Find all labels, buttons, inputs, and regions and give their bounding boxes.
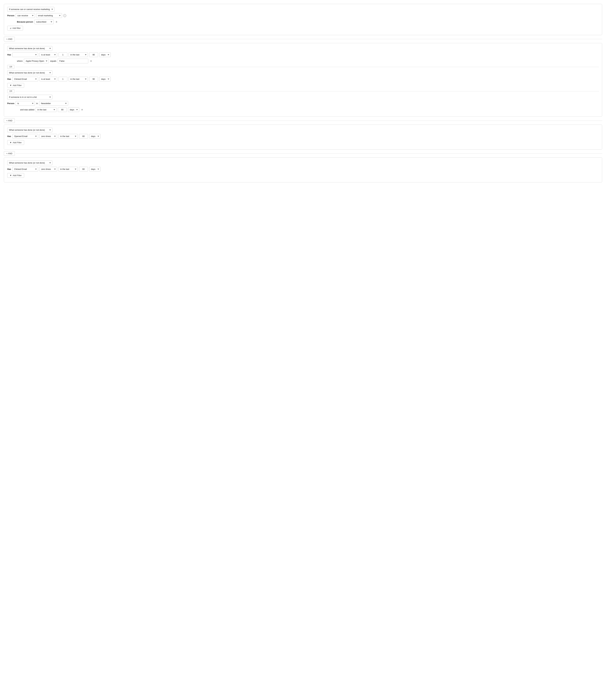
is-dropdown[interactable]: is: [16, 101, 35, 106]
subscribed-dropdown[interactable]: subscribed: [34, 20, 54, 24]
time-dropdown-2b[interactable]: in the last: [69, 77, 88, 82]
or-row-1: OR: [7, 65, 599, 69]
operator-dropdown-4[interactable]: zero times: [40, 167, 57, 172]
add-filter-button-4[interactable]: ▼ Add Filter: [7, 173, 24, 178]
value-input[interactable]: [58, 59, 88, 63]
and-connector-3: + AND: [4, 151, 602, 156]
operator-dropdown-2a[interactable]: is at least: [40, 52, 57, 57]
and-line-2: [16, 120, 602, 121]
condition-dropdown-3[interactable]: What someone has done (or not done): [7, 128, 52, 132]
has-label-3: Has: [7, 135, 11, 137]
has-label-2b: Has: [7, 78, 11, 80]
condition-dropdown-2a[interactable]: What someone has done (or not done): [7, 46, 52, 51]
where-label: where: [17, 60, 23, 62]
or-row-2: OR: [7, 89, 599, 93]
days-input-2b[interactable]: [89, 77, 98, 82]
close-where[interactable]: ×: [90, 60, 93, 63]
days-input-4[interactable]: [79, 167, 88, 172]
condition-dropdown-2c[interactable]: If someone is in or not in a list: [7, 95, 52, 99]
list-dropdown[interactable]: Newsletter: [39, 101, 68, 106]
add-filter-icon-3: ▼: [10, 141, 12, 144]
days-input-3[interactable]: [79, 134, 88, 139]
add-filter-icon: ⊿: [10, 27, 11, 29]
added-days-input[interactable]: [58, 107, 67, 112]
or-button-2[interactable]: OR: [7, 89, 14, 93]
person-label-1: Person: [7, 14, 14, 17]
unit-dropdown-4[interactable]: days: [89, 167, 100, 172]
time-dropdown-3[interactable]: in the last: [59, 134, 78, 139]
filter-block-2: What someone has done (or not done) Has …: [4, 43, 602, 117]
filter-type-dropdown[interactable]: Apple Privacy Open: [24, 59, 49, 63]
add-filter-button-3[interactable]: ▼ Add Filter: [7, 140, 24, 145]
and-button-1[interactable]: + AND: [4, 37, 15, 41]
can-receive-dropdown[interactable]: can receive: [16, 13, 35, 18]
action-dropdown-2a[interactable]: [13, 52, 38, 57]
condition-dropdown-2b[interactable]: What someone has done (or not done): [7, 70, 52, 75]
add-filter-button-2b[interactable]: ▼ Add Filter: [7, 83, 24, 88]
add-filter-icon-2b: ▼: [10, 84, 12, 87]
close-button-1[interactable]: ×: [55, 20, 58, 23]
equals-label: equals: [50, 60, 56, 62]
number-input-2b[interactable]: [59, 77, 67, 82]
and-line-3: [16, 153, 602, 154]
add-filter-button-1[interactable]: ⊿ Add filter: [7, 26, 23, 30]
operator-dropdown-3[interactable]: zero times: [40, 134, 57, 139]
condition-dropdown-1[interactable]: If someone can or cannot receive marketi…: [7, 7, 54, 12]
action-dropdown-4[interactable]: Clicked Email: [13, 167, 38, 172]
info-icon: i: [63, 14, 66, 17]
or-button-1[interactable]: OR: [7, 65, 14, 69]
has-label-4: Has: [7, 168, 11, 170]
and-was-added-label: and was added: [20, 109, 34, 111]
number-input-2a[interactable]: [59, 52, 67, 57]
time-dropdown-2a[interactable]: in the last: [69, 52, 88, 57]
condition-dropdown-4[interactable]: What someone has done (or not done): [7, 160, 52, 165]
and-connector-2: + AND: [4, 118, 602, 123]
action-dropdown-2b[interactable]: Clicked Email: [13, 77, 38, 82]
person-label-2c: Person: [7, 102, 14, 105]
add-filter-icon-4: ▼: [10, 174, 12, 177]
added-time-dropdown[interactable]: in the last: [36, 107, 56, 112]
and-line-1: [16, 39, 602, 39]
because-label: Because person: [17, 21, 33, 23]
unit-dropdown-2b[interactable]: days: [99, 77, 111, 82]
action-dropdown-3[interactable]: Opened Email: [13, 134, 38, 139]
and-button-3[interactable]: + AND: [4, 151, 15, 156]
filter-block-3: What someone has done (or not done) Has …: [4, 125, 602, 150]
unit-dropdown-3[interactable]: days: [89, 134, 100, 139]
close-added[interactable]: ×: [80, 108, 84, 111]
and-button-2[interactable]: + AND: [4, 118, 15, 123]
days-input-2a[interactable]: [89, 52, 98, 57]
time-dropdown-4[interactable]: in the last: [59, 167, 78, 172]
filter-block-4: What someone has done (or not done) Has …: [4, 157, 602, 182]
and-connector-1: + AND: [4, 37, 602, 41]
marketing-type-dropdown[interactable]: email marketing: [36, 13, 62, 18]
in-label: in: [36, 102, 38, 105]
unit-dropdown-2a[interactable]: days: [99, 52, 111, 57]
filter-block-1: If someone can or cannot receive marketi…: [4, 4, 602, 35]
added-unit-dropdown[interactable]: days: [68, 107, 79, 112]
operator-dropdown-2b[interactable]: is at least: [40, 77, 57, 82]
has-label-2a: Has: [7, 53, 11, 56]
